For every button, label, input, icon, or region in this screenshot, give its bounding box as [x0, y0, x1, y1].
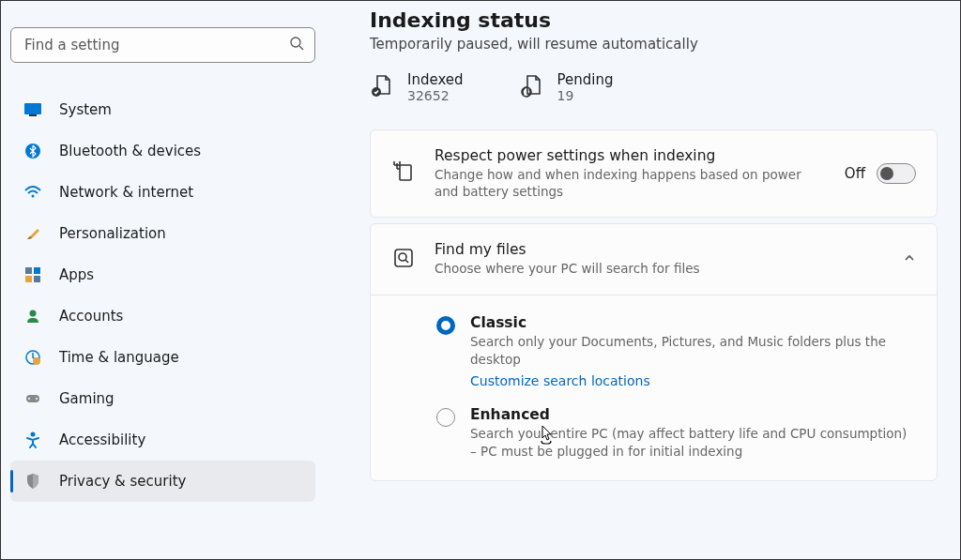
- page-title: Indexing status: [370, 8, 938, 32]
- card-desc: Choose where your PC will search for fil…: [435, 260, 884, 277]
- svg-rect-3: [29, 114, 37, 116]
- sidebar-item-network[interactable]: Network & internet: [10, 172, 315, 213]
- customize-search-locations-link[interactable]: Customize search locations: [470, 373, 650, 388]
- sidebar-item-label: Privacy & security: [59, 473, 186, 490]
- sidebar-item-label: Network & internet: [59, 184, 193, 201]
- sidebar-item-label: Gaming: [59, 390, 114, 407]
- search-field-wrap: [10, 27, 315, 63]
- option-desc: Search only your Documents, Pictures, an…: [470, 333, 916, 370]
- sidebar-item-label: Apps: [59, 266, 94, 283]
- find-options: Classic Search only your Documents, Pict…: [371, 295, 937, 480]
- svg-rect-8: [25, 276, 32, 282]
- svg-rect-7: [34, 267, 40, 274]
- sidebar-item-time-language[interactable]: Time & language: [10, 337, 315, 378]
- card-title: Find my files: [435, 241, 884, 258]
- svg-point-15: [36, 398, 38, 400]
- sidebar-item-label: Bluetooth & devices: [59, 143, 201, 159]
- search-input[interactable]: [10, 27, 315, 63]
- sidebar-item-accessibility[interactable]: Accessibility: [10, 419, 315, 461]
- svg-rect-20: [395, 250, 412, 266]
- svg-point-21: [399, 253, 406, 261]
- card-title: Respect power settings when indexing: [435, 147, 826, 164]
- globe-clock-icon: [23, 348, 42, 367]
- stat-pending: Pending 19: [520, 71, 614, 103]
- option-enhanced[interactable]: Enhanced Search your entire PC (may affe…: [436, 406, 916, 462]
- sidebar: System Bluetooth & devices Network & int…: [1, 1, 325, 559]
- search-icon: [289, 36, 304, 54]
- svg-line-1: [299, 46, 303, 50]
- stat-value: 32652: [407, 88, 464, 103]
- brush-icon: [23, 224, 42, 243]
- sidebar-item-system[interactable]: System: [10, 89, 315, 130]
- sidebar-item-privacy-security[interactable]: Privacy & security: [10, 461, 315, 502]
- sidebar-item-gaming[interactable]: Gaming: [10, 378, 315, 419]
- option-classic[interactable]: Classic Search only your Documents, Pict…: [436, 314, 916, 389]
- person-icon: [23, 307, 42, 325]
- svg-line-22: [405, 260, 408, 263]
- chevron-up-icon[interactable]: [903, 250, 916, 268]
- pending-icon: [520, 73, 544, 101]
- gamepad-icon: [23, 389, 42, 408]
- accessibility-icon: [23, 431, 42, 449]
- toggle-label: Off: [845, 165, 865, 182]
- sidebar-item-label: Accessibility: [59, 431, 145, 448]
- svg-rect-2: [24, 103, 41, 114]
- radio-classic[interactable]: [436, 316, 455, 335]
- svg-point-10: [30, 310, 37, 317]
- bluetooth-icon: [23, 142, 42, 160]
- option-desc: Search your entire PC (may affect batter…: [470, 425, 916, 462]
- radio-enhanced[interactable]: [436, 408, 455, 427]
- main-content: Indexing status Temporarily paused, will…: [325, 1, 960, 559]
- power-settings-card: Respect power settings when indexing Cha…: [370, 129, 938, 218]
- svg-rect-19: [400, 165, 411, 180]
- sidebar-item-accounts[interactable]: Accounts: [10, 295, 315, 337]
- option-title: Classic: [470, 314, 916, 331]
- page-subtitle: Temporarily paused, will resume automati…: [370, 36, 938, 53]
- svg-point-5: [32, 195, 35, 198]
- sidebar-item-label: Personalization: [59, 225, 166, 242]
- stat-value: 19: [557, 88, 614, 103]
- stat-indexed: Indexed 32652: [370, 71, 464, 103]
- search-file-icon: [391, 246, 416, 274]
- shield-icon: [23, 472, 42, 491]
- index-stats: Indexed 32652 Pending 19: [370, 71, 938, 103]
- indexed-icon: [370, 73, 394, 101]
- power-toggle[interactable]: [877, 163, 916, 184]
- svg-point-0: [291, 38, 300, 47]
- sidebar-item-personalization[interactable]: Personalization: [10, 213, 315, 254]
- wifi-icon: [23, 183, 42, 202]
- svg-rect-9: [34, 276, 40, 282]
- sidebar-item-label: Accounts: [59, 308, 123, 325]
- stat-label: Pending: [557, 71, 614, 88]
- sidebar-item-label: Time & language: [59, 349, 179, 366]
- find-my-files-header[interactable]: Find my files Choose where your PC will …: [371, 224, 937, 294]
- svg-point-12: [33, 357, 40, 365]
- option-title: Enhanced: [470, 406, 916, 423]
- card-desc: Change how and when indexing happens bas…: [435, 166, 826, 200]
- nav-list: System Bluetooth & devices Network & int…: [10, 89, 315, 502]
- sidebar-item-apps[interactable]: Apps: [10, 254, 315, 295]
- svg-point-14: [28, 398, 30, 400]
- system-icon: [23, 100, 42, 119]
- svg-point-16: [31, 432, 36, 437]
- plug-icon: [391, 159, 416, 188]
- apps-icon: [23, 265, 42, 284]
- sidebar-item-label: System: [59, 101, 112, 118]
- find-my-files-card: Find my files Choose where your PC will …: [370, 223, 938, 480]
- sidebar-item-bluetooth[interactable]: Bluetooth & devices: [10, 130, 315, 172]
- stat-label: Indexed: [407, 71, 464, 88]
- svg-rect-6: [25, 267, 32, 274]
